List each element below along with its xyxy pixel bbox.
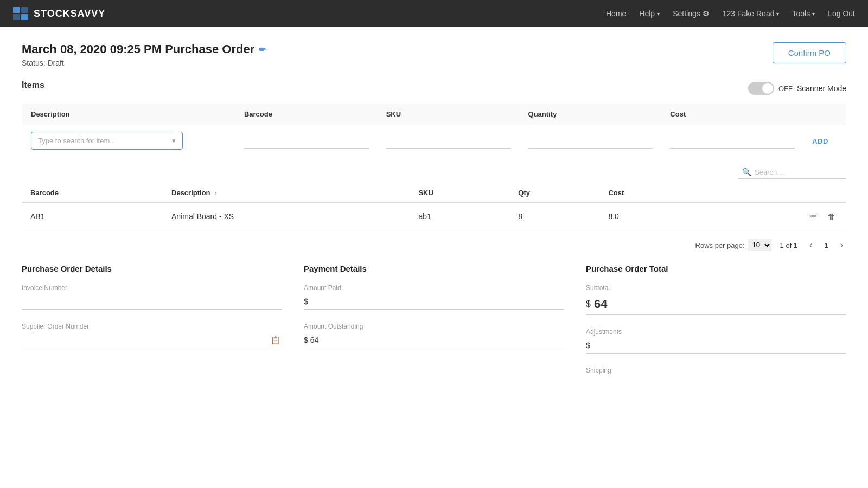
nav-links: Home Help ▾ Settings ⚙ 123 Fake Road ▾ T…: [606, 9, 855, 18]
payment-details-section: Payment Details Amount Paid $ Amount Out…: [304, 264, 564, 387]
invoice-number-field: Invoice Number: [22, 284, 282, 310]
currency-symbol-adj: $: [586, 341, 590, 350]
supplier-input-wrapper: 📋: [22, 332, 282, 348]
nav-location[interactable]: 123 Fake Road ▾: [723, 9, 780, 18]
amount-outstanding-label: Amount Outstanding: [304, 323, 564, 330]
amount-paid-input[interactable]: [310, 297, 564, 306]
subtotal-field: Subtotal $ 64: [586, 284, 846, 315]
svg-rect-3: [21, 14, 28, 20]
row-qty: 8: [509, 203, 599, 230]
page-header: March 08, 2020 09:25 PM Purchase Order ✏…: [22, 42, 846, 67]
add-item-table: Description Barcode SKU Quantity Cost Ty…: [22, 103, 846, 157]
scanner-mode-label: Scanner Mode: [797, 84, 846, 93]
gear-icon: ⚙: [703, 9, 710, 18]
next-page-button[interactable]: ›: [837, 239, 846, 251]
amount-outstanding-value: 64: [310, 336, 319, 344]
subtotal-label: Subtotal: [586, 284, 846, 292]
subtotal-value: 64: [594, 297, 607, 311]
purchase-order-details-section: Purchase Order Details Invoice Number Su…: [22, 264, 282, 387]
amount-paid-field: Amount Paid $: [304, 284, 564, 310]
barcode-input[interactable]: [244, 133, 369, 149]
row-description: Animal Board - XS: [163, 203, 410, 230]
dropdown-chevron-icon: ▾: [172, 137, 176, 145]
row-cost: 8.0: [599, 203, 701, 230]
nav-home[interactable]: Home: [606, 9, 626, 18]
purchase-order-total-section: Purchase Order Total Subtotal $ 64 Adjus…: [586, 264, 846, 387]
supplier-order-label: Supplier Order Numder: [22, 323, 282, 330]
row-sku: ab1: [410, 203, 509, 230]
search-icon: 🔍: [742, 168, 751, 176]
document-icon: 📋: [269, 333, 282, 346]
cost-input[interactable]: [670, 133, 795, 149]
add-item-row: Type to search for item.. ▾ ADD: [22, 125, 846, 157]
supplier-order-input[interactable]: [22, 332, 269, 348]
amount-paid-wrapper: $: [304, 294, 564, 310]
row-barcode: AB1: [22, 203, 163, 230]
adjustments-input[interactable]: [592, 341, 846, 350]
col-description: Description: [22, 104, 235, 125]
supplier-order-field: Supplier Order Numder 📋: [22, 323, 282, 348]
nav-settings[interactable]: Settings ⚙: [673, 9, 710, 18]
search-input[interactable]: [755, 168, 842, 176]
table-search-box: 🔍: [738, 165, 846, 179]
nav-logout[interactable]: Log Out: [828, 9, 855, 18]
navbar: STOCKSAVVY Home Help ▾ Settings ⚙ 123 Fa…: [0, 0, 868, 27]
rows-per-page-label: Rows per page:: [695, 241, 745, 249]
quantity-input[interactable]: [528, 133, 653, 149]
items-header: Items OFF Scanner Mode: [22, 80, 846, 97]
edit-row-button[interactable]: ✏: [808, 210, 820, 222]
brand-logo[interactable]: STOCKSAVVY: [13, 7, 105, 20]
prev-page-button[interactable]: ‹: [806, 239, 815, 251]
bottom-sections: Purchase Order Details Invoice Number Su…: [22, 264, 846, 387]
brand-name: STOCKSAVVY: [34, 8, 105, 20]
chevron-down-icon: ▾: [657, 11, 660, 17]
add-button[interactable]: ADD: [812, 137, 828, 145]
title-block: March 08, 2020 09:25 PM Purchase Order ✏…: [22, 42, 266, 67]
page-title: March 08, 2020 09:25 PM Purchase Order ✏: [22, 42, 266, 56]
sku-input[interactable]: [386, 133, 511, 149]
po-details-heading: Purchase Order Details: [22, 264, 282, 273]
adjustments-label: Adjustments: [586, 328, 846, 336]
rows-per-page-select[interactable]: 10 25 50: [748, 239, 771, 251]
amount-outstanding-wrapper: $ 64: [304, 332, 564, 348]
shipping-label: Shipping: [586, 367, 846, 374]
rows-per-page: Rows per page: 10 25 50: [695, 239, 771, 251]
shipping-field: Shipping: [586, 367, 846, 374]
chevron-down-icon: ▾: [776, 11, 779, 17]
payment-details-heading: Payment Details: [304, 264, 564, 273]
brand-icon: [13, 7, 29, 20]
item-search-dropdown[interactable]: Type to search for item.. ▾: [31, 132, 183, 150]
col-action: [803, 104, 846, 125]
scanner-mode-toggle[interactable]: [748, 82, 774, 95]
subtotal-currency: $: [586, 299, 591, 309]
invoice-number-label: Invoice Number: [22, 284, 282, 292]
delete-row-button[interactable]: 🗑: [825, 210, 838, 222]
main-content: March 08, 2020 09:25 PM Purchase Order ✏…: [0, 27, 868, 402]
invoice-number-input[interactable]: [22, 294, 282, 310]
data-table: Barcode Description ↑ SKU Qty Cost AB1 A…: [22, 183, 846, 230]
current-page-number: 1: [824, 241, 828, 249]
row-actions: ✏ 🗑: [702, 203, 846, 230]
data-col-sku: SKU: [410, 183, 509, 203]
item-search-placeholder: Type to search for item..: [38, 137, 113, 145]
currency-symbol-paid: $: [304, 297, 308, 306]
nav-help[interactable]: Help ▾: [639, 9, 660, 18]
confirm-po-button[interactable]: Confirm PO: [773, 42, 846, 63]
col-cost: Cost: [661, 104, 803, 125]
chevron-down-icon: ▾: [812, 11, 815, 17]
nav-tools[interactable]: Tools ▾: [792, 9, 815, 18]
scanner-mode-wrapper: OFF Scanner Mode: [748, 82, 846, 95]
currency-symbol-outstanding: $: [304, 336, 308, 344]
subtotal-row: $ 64: [586, 294, 846, 315]
svg-rect-0: [13, 7, 20, 13]
table-search-row: 🔍: [22, 165, 846, 179]
sort-icon[interactable]: ↑: [214, 190, 218, 196]
edit-icon[interactable]: ✏: [259, 44, 266, 55]
col-barcode: Barcode: [235, 104, 378, 125]
page-status: Status: Draft: [22, 59, 266, 67]
data-col-qty: Qty: [509, 183, 599, 203]
adjustments-field: Adjustments $: [586, 328, 846, 354]
col-sku: SKU: [378, 104, 520, 125]
svg-rect-1: [21, 7, 28, 13]
page-info: 1 of 1: [780, 241, 798, 249]
